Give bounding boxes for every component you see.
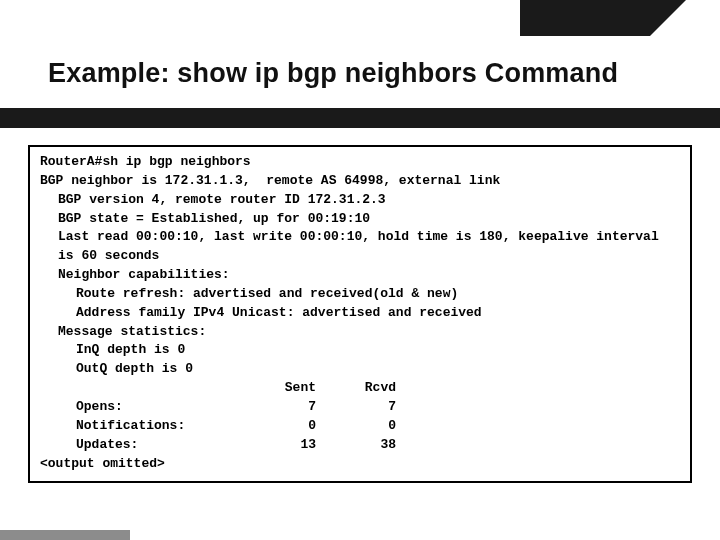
stats-label-opens: Opens: <box>76 398 236 417</box>
message-statistics-header: Message statistics: <box>40 323 680 342</box>
bgp-neighbor-summary: BGP neighbor is 172.31.1.3, remote AS 64… <box>40 172 680 191</box>
stats-updates-rcvd: 38 <box>316 436 396 455</box>
title-underline-bar <box>0 108 720 128</box>
header-accent-shape <box>520 0 650 36</box>
stats-header-sent: Sent <box>236 379 316 398</box>
stats-header-row: Sent Rcvd <box>76 379 396 398</box>
footer-accent-bar <box>0 530 130 540</box>
stats-label-notifications: Notifications: <box>76 417 236 436</box>
bgp-state-line: BGP state = Established, up for 00:19:10 <box>40 210 680 229</box>
stats-header-rcvd: Rcvd <box>316 379 396 398</box>
bgp-version-line: BGP version 4, remote router ID 172.31.2… <box>40 191 680 210</box>
stats-header-blank <box>76 379 236 398</box>
message-stats-table: Sent Rcvd Opens: 7 7 Notifications: 0 0 … <box>76 379 396 454</box>
terminal-output-box: RouterA#sh ip bgp neighbors BGP neighbor… <box>28 145 692 483</box>
bgp-last-read-line: Last read 00:00:10, last write 00:00:10,… <box>40 228 680 266</box>
stats-label-updates: Updates: <box>76 436 236 455</box>
inq-depth-line: InQ depth is 0 <box>40 341 680 360</box>
stats-opens-rcvd: 7 <box>316 398 396 417</box>
slide-title: Example: show ip bgp neighbors Command <box>48 58 618 89</box>
capability-address-family: Address family IPv4 Unicast: advertised … <box>40 304 680 323</box>
outq-depth-line: OutQ depth is 0 <box>40 360 680 379</box>
capabilities-header: Neighbor capabilities: <box>40 266 680 285</box>
stats-row-updates: Updates: 13 38 <box>76 436 396 455</box>
stats-row-opens: Opens: 7 7 <box>76 398 396 417</box>
stats-updates-sent: 13 <box>236 436 316 455</box>
stats-notifications-rcvd: 0 <box>316 417 396 436</box>
stats-row-notifications: Notifications: 0 0 <box>76 417 396 436</box>
capability-route-refresh: Route refresh: advertised and received(o… <box>40 285 680 304</box>
stats-opens-sent: 7 <box>236 398 316 417</box>
terminal-command: RouterA#sh ip bgp neighbors <box>40 153 680 172</box>
output-omitted: <output omitted> <box>40 455 680 474</box>
stats-notifications-sent: 0 <box>236 417 316 436</box>
